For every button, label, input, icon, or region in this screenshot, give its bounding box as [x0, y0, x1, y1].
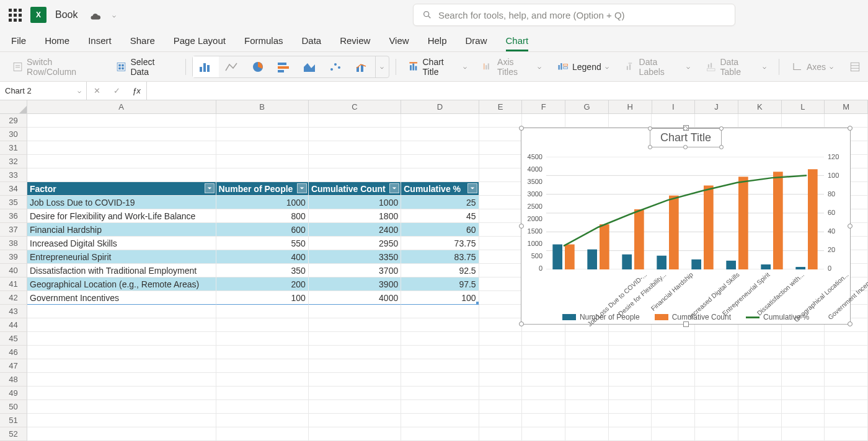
cell-B50[interactable]	[216, 400, 309, 414]
cell-H51[interactable]	[609, 414, 652, 427]
cell-L48[interactable]	[782, 373, 825, 386]
cell-J46[interactable]	[695, 346, 738, 359]
cell-E46[interactable]	[479, 346, 523, 359]
cell-D36[interactable]: 45	[401, 209, 479, 223]
cell-B37[interactable]: 600	[216, 223, 309, 237]
cell-K46[interactable]	[738, 346, 782, 359]
cell-I52[interactable]	[652, 427, 695, 441]
cell-D29[interactable]	[401, 114, 479, 128]
ribbon-tab-formulas[interactable]: Formulas	[244, 35, 283, 51]
filter-icon[interactable]	[389, 183, 399, 193]
cell-H52[interactable]	[609, 427, 652, 441]
ribbon-tab-chart[interactable]: Chart	[506, 35, 529, 51]
cell-E49[interactable]	[479, 386, 523, 400]
cell-K50[interactable]	[738, 400, 782, 414]
cell-C38[interactable]: 2950	[309, 237, 401, 250]
cell-J51[interactable]	[695, 414, 738, 427]
row-header[interactable]: 35	[0, 196, 27, 209]
cell-A46[interactable]	[27, 346, 216, 359]
cell-L50[interactable]	[782, 400, 825, 414]
legend-entry[interactable]: Number of People	[562, 313, 640, 321]
axis-titles-button[interactable]: Axis Titles ⌵	[477, 56, 547, 78]
cell-E32[interactable]	[479, 155, 523, 168]
cell-C37[interactable]: 2400	[309, 223, 401, 237]
cell-H48[interactable]	[609, 373, 652, 386]
cell-I48[interactable]	[652, 373, 695, 386]
cell-M47[interactable]	[825, 359, 868, 373]
column-header-E[interactable]: E	[479, 100, 523, 113]
cell-C40[interactable]: 3700	[309, 264, 401, 277]
cell-K45[interactable]	[738, 332, 782, 346]
column-header-K[interactable]: K	[738, 100, 782, 113]
filter-icon[interactable]	[205, 183, 215, 193]
column-header-J[interactable]: J	[695, 100, 738, 113]
embedded-chart[interactable]: Chart Title 0500100015002000250030003500…	[521, 128, 851, 325]
cell-J45[interactable]	[695, 332, 738, 346]
cell-M45[interactable]	[825, 332, 868, 346]
row-header[interactable]: 29	[0, 114, 27, 128]
row-header[interactable]: 49	[0, 386, 27, 400]
column-header-C[interactable]: C	[309, 100, 401, 113]
cell-K29[interactable]	[738, 114, 782, 128]
cell-B30[interactable]	[216, 128, 309, 141]
cell-B36[interactable]: 800	[216, 209, 309, 223]
cell-D40[interactable]: 92.5	[401, 264, 479, 277]
cell-C46[interactable]	[309, 346, 401, 359]
data-labels-button[interactable]: Data Labels ⌵	[619, 56, 696, 78]
cell-H46[interactable]	[609, 346, 652, 359]
cell-C32[interactable]	[309, 155, 401, 168]
cell-L51[interactable]	[782, 414, 825, 427]
cell-A39[interactable]: Entrepreneurial Spirit	[27, 250, 216, 264]
cell-L46[interactable]	[782, 346, 825, 359]
ribbon-tab-insert[interactable]: Insert	[88, 35, 112, 51]
cell-C44[interactable]	[309, 318, 401, 332]
cell-B35[interactable]: 1000	[216, 196, 309, 209]
cell-C47[interactable]	[309, 359, 401, 373]
cell-F47[interactable]	[522, 359, 565, 373]
cell-L29[interactable]	[782, 114, 825, 128]
cell-B45[interactable]	[216, 332, 309, 346]
select-all-corner[interactable]	[0, 100, 27, 113]
cell-D44[interactable]	[401, 318, 479, 332]
cell-G46[interactable]	[565, 346, 609, 359]
cell-E30[interactable]	[479, 128, 523, 141]
cell-B39[interactable]: 400	[216, 250, 309, 264]
cell-D48[interactable]	[401, 373, 479, 386]
cell-A32[interactable]	[27, 155, 216, 168]
cell-E52[interactable]	[479, 427, 523, 441]
row-header[interactable]: 47	[0, 359, 27, 373]
ribbon-tab-draw[interactable]: Draw	[465, 35, 487, 51]
ribbon-tab-share[interactable]: Share	[130, 35, 155, 51]
cell-A35[interactable]: Job Loss Due to COVID-19	[27, 196, 216, 209]
row-header[interactable]: 38	[0, 237, 27, 250]
formula-input[interactable]	[146, 82, 868, 100]
cell-D45[interactable]	[401, 332, 479, 346]
cell-A52[interactable]	[27, 427, 216, 441]
row-header[interactable]: 51	[0, 414, 27, 427]
cell-E33[interactable]	[479, 168, 523, 182]
cell-H29[interactable]	[609, 114, 652, 128]
row-header[interactable]: 32	[0, 155, 27, 168]
cell-J52[interactable]	[695, 427, 738, 441]
cell-D33[interactable]	[401, 168, 479, 182]
cell-C50[interactable]	[309, 400, 401, 414]
ribbon-tab-review[interactable]: Review	[340, 35, 370, 51]
cell-E34[interactable]	[479, 182, 523, 196]
cell-I50[interactable]	[652, 400, 695, 414]
chart-type-area[interactable]	[297, 56, 323, 77]
cell-A44[interactable]	[27, 318, 216, 332]
legend-entry[interactable]: Cumulative Count	[655, 313, 731, 321]
cell-A30[interactable]	[27, 128, 216, 141]
row-header[interactable]: 33	[0, 168, 27, 182]
ribbon-tab-home[interactable]: Home	[45, 35, 69, 51]
column-header-D[interactable]: D	[401, 100, 479, 113]
cell-H47[interactable]	[609, 359, 652, 373]
ribbon-tab-help[interactable]: Help	[428, 35, 447, 51]
row-header[interactable]: 39	[0, 250, 27, 264]
cell-C34[interactable]: Cumulative Count	[309, 182, 401, 196]
chart-legend[interactable]: Number of PeopleCumulative CountCumulati…	[521, 313, 850, 321]
cell-A45[interactable]	[27, 332, 216, 346]
cell-C51[interactable]	[309, 414, 401, 427]
gridlines-button[interactable]	[843, 56, 862, 78]
cancel-formula-button[interactable]: ✕	[87, 86, 107, 95]
